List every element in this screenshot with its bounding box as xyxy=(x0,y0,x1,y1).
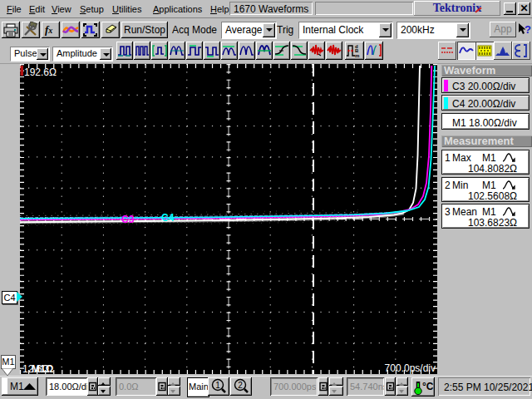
svg-text:M1Ω: M1Ω xyxy=(32,363,54,374)
svg-text:C4: C4 xyxy=(161,212,175,224)
svg-text:2: 2 xyxy=(238,381,243,390)
svg-text:1: 1 xyxy=(215,381,220,390)
svg-text:700.0ps/div: 700.0ps/div xyxy=(385,362,436,374)
svg-text:?: ? xyxy=(525,23,531,36)
svg-text:m: m xyxy=(355,53,359,58)
svg-text:192.6Ω: 192.6Ω xyxy=(24,66,57,78)
svg-text:°C: °C xyxy=(422,381,434,392)
svg-text:C3: C3 xyxy=(121,214,135,225)
